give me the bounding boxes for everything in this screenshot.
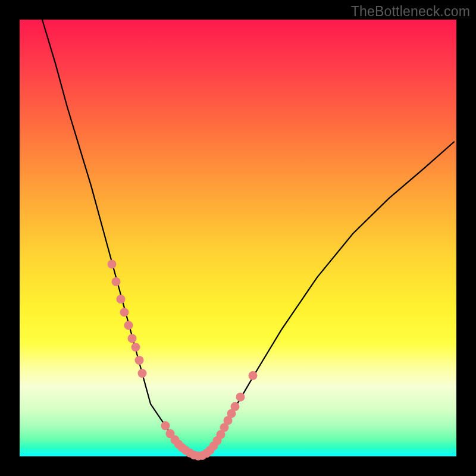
highlight-dot [120,308,129,317]
chart-frame: TheBottleneck.com [0,0,476,476]
highlight-dot [108,260,117,269]
highlight-dot [112,277,121,286]
highlight-dot [131,343,140,352]
highlight-dot [135,356,144,365]
highlight-dot [138,369,147,378]
highlight-dot [249,371,258,380]
watermark-text: TheBottleneck.com [351,4,470,20]
highlight-dots-group [108,260,258,461]
chart-svg [20,20,456,456]
highlight-dot [161,421,170,430]
highlight-dot [128,334,137,343]
right-curve-path [208,142,454,453]
highlight-dot [124,321,133,330]
highlight-dot [231,402,240,411]
highlight-dot [236,393,245,402]
left-curve-path [42,20,187,450]
highlight-dot [117,295,126,303]
curve-lines [42,20,454,456]
